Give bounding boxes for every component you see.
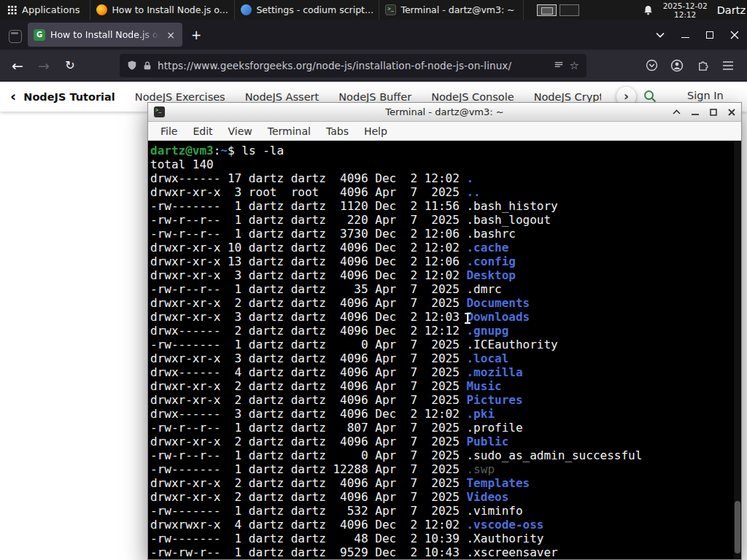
gfg-nav-items: NodeJS TutorialNodeJS ExercisesNodeJS As… — [23, 91, 601, 103]
terminal-line: drwx------ 17 dartz dartz 4096 Dec 2 12:… — [150, 171, 741, 185]
extensions-icon[interactable] — [691, 54, 714, 77]
close-button[interactable] — [722, 20, 747, 50]
gfg-nav-item[interactable]: NodeJS Tutorial — [23, 91, 115, 103]
url-bar[interactable]: https://www.geeksforgeeks.org/node-js/in… — [120, 54, 587, 77]
file-name: .local — [466, 351, 508, 365]
terminal-title-bar[interactable]: Terminal - dartz@vm3: ~ — [148, 103, 741, 122]
terminal-prompt-line: dartz@vm3:~$ ls -la — [150, 144, 741, 158]
file-name: Public — [466, 435, 508, 448]
task-button-settings[interactable]: Settings - codium script... — [235, 0, 379, 20]
notification-bell-icon[interactable] — [643, 4, 654, 16]
line-meta: drwxr-xr-x 2 dartz dartz 4096 Apr 7 2025 — [150, 393, 466, 407]
terminal-line: -rw-r--r-- 1 dartz dartz 220 Apr 7 2025 … — [150, 213, 741, 227]
terminal-window-controls — [673, 109, 735, 116]
terminal-line: -rw------- 1 dartz dartz 0 Apr 7 2025 .I… — [150, 338, 741, 351]
line-meta: -rw------- 1 dartz dartz 1120 Dec 2 11:5… — [150, 199, 466, 213]
file-name: .mozilla — [466, 365, 522, 379]
terminal-line: drwxr-xr-x 13 dartz dartz 4096 Dec 2 12:… — [150, 254, 741, 268]
workspace-switcher[interactable] — [537, 4, 579, 16]
reload-button[interactable]: ↻ — [58, 54, 82, 77]
line-meta: drwxr-xr-x 3 dartz dartz 4096 Dec 2 12:0… — [150, 310, 466, 324]
panel-clock[interactable]: 2025-12-02 12:12 — [663, 1, 708, 19]
bookmark-star-icon[interactable]: ☆ — [570, 59, 579, 72]
terminal-close-icon[interactable] — [728, 109, 735, 116]
terminal-menu-tabs[interactable]: Tabs — [326, 125, 349, 137]
terminal-menu-help[interactable]: Help — [364, 125, 387, 137]
terminal-line: -rw-r--r-- 1 dartz dartz 3730 Dec 2 12:0… — [150, 227, 741, 241]
terminal-menu-file[interactable]: File — [160, 125, 177, 137]
reader-view-icon[interactable] — [554, 61, 564, 71]
terminal-title: Terminal - dartz@vm3: ~ — [148, 106, 741, 117]
terminal-line: drwxr-xr-x 2 dartz dartz 4096 Apr 7 2025… — [150, 393, 741, 407]
task-list: How to Install Node.js o...Settings - co… — [90, 0, 524, 20]
line-meta: drwxr-xr-x 2 dartz dartz 4096 Apr 7 2025 — [150, 435, 466, 448]
firefox-view-icon[interactable] — [9, 30, 22, 43]
line-meta: drwxr-xr-x 2 dartz dartz 4096 Apr 7 2025 — [150, 296, 466, 310]
line-meta: -rw------- 1 dartz dartz 48 Dec 2 10:39 — [150, 532, 466, 545]
terminal-menu-edit[interactable]: Edit — [193, 125, 212, 137]
file-name: .cache — [466, 241, 508, 254]
line-meta: drwxr-xr-x 3 root root 4096 Apr 7 2025 — [150, 185, 466, 199]
firefox-icon — [96, 4, 107, 15]
terminal-line: -rw------- 1 dartz dartz 1120 Dec 2 11:5… — [150, 199, 741, 213]
menu-hamburger-icon[interactable] — [716, 54, 740, 77]
terminal-line: drwxr-xr-x 2 dartz dartz 4096 Apr 7 2025… — [150, 435, 741, 448]
applications-menu[interactable]: Applications — [0, 0, 87, 20]
file-name: Videos — [466, 490, 508, 504]
file-name: .vscode-oss — [466, 518, 543, 532]
file-name: .config — [466, 254, 515, 268]
workspace-1[interactable] — [537, 4, 557, 16]
terminal-scrollbar[interactable] — [734, 141, 741, 559]
line-meta: drwxr-xr-x 3 dartz dartz 4096 Apr 7 2025 — [150, 351, 466, 365]
gfg-scroll-left-icon[interactable]: ‹ — [0, 88, 19, 106]
line-meta: drwx------ 17 dartz dartz 4096 Dec 2 12:… — [150, 171, 466, 185]
tab-close-icon[interactable]: × — [165, 29, 177, 41]
terminal-line: drwxr-xr-x 2 dartz dartz 4096 Apr 7 2025… — [150, 476, 741, 490]
gfg-nav-item[interactable]: NodeJS Console — [431, 91, 514, 103]
terminal-minimize-icon[interactable] — [692, 109, 699, 116]
gfg-nav-item[interactable]: NodeJS Exercises — [135, 91, 225, 103]
terminal-screen[interactable]: dartz@vm3:~$ ls -la total 140 drwx------… — [148, 141, 741, 559]
task-button-firefox[interactable]: How to Install Node.js o... — [90, 0, 235, 20]
terminal-line: -rw-r--r-- 1 dartz dartz 0 Apr 7 2025 .s… — [150, 448, 741, 462]
gfg-sign-in-link[interactable]: Sign In — [687, 90, 724, 101]
gfg-nav-item[interactable]: NodeJS Buffer — [338, 91, 411, 103]
terminal-line: -rw-rw-r-- 1 dartz dartz 9529 Dec 2 10:4… — [150, 545, 741, 559]
line-meta: drwx------ 4 dartz dartz 4096 Apr 7 2025 — [150, 365, 466, 379]
file-name: Pictures — [466, 393, 522, 407]
browser-tab-bar: How to Install Node.js on × + — [0, 20, 747, 50]
terminal-menu-view[interactable]: View — [228, 125, 252, 137]
browser-tab-active[interactable]: How to Install Node.js on × — [28, 23, 182, 47]
file-name: .swp — [466, 462, 495, 476]
forward-button[interactable]: → — [32, 54, 55, 77]
task-title: Terminal - dartz@vm3: ~ — [400, 4, 514, 15]
pocket-icon[interactable] — [640, 54, 663, 77]
terminal-menu-terminal[interactable]: Terminal — [268, 125, 311, 137]
terminal-line: -rw------- 1 dartz dartz 48 Dec 2 10:39 … — [150, 532, 741, 545]
tracking-shield-icon[interactable] — [127, 60, 137, 71]
workspace-2[interactable] — [560, 4, 579, 16]
task-button-terminal[interactable]: Terminal - dartz@vm3: ~ — [379, 0, 524, 20]
file-name: .ICEauthority — [466, 338, 557, 351]
terminal-line: -rw------- 1 dartz dartz 532 Apr 7 2025 … — [150, 504, 741, 518]
url-text[interactable]: https://www.geeksforgeeks.org/node-js/in… — [158, 60, 548, 71]
file-name: .viminfo — [466, 504, 522, 518]
file-name: .dmrc — [466, 282, 501, 296]
maximize-button[interactable] — [697, 20, 722, 50]
lock-icon[interactable] — [143, 61, 152, 71]
new-tab-button[interactable]: + — [187, 26, 206, 44]
terminal-line: drwxr-xr-x 3 dartz dartz 4096 Dec 2 12:0… — [150, 310, 741, 324]
prompt-colon: : — [214, 144, 221, 158]
line-meta: drwxr-xr-x 2 dartz dartz 4096 Apr 7 2025 — [150, 490, 466, 504]
terminal-maximize-icon[interactable] — [710, 109, 717, 116]
gfg-nav-item[interactable]: NodeJS Crypto — [534, 91, 602, 103]
terminal-shade-icon[interactable] — [673, 109, 681, 114]
terminal-line: drwx------ 4 dartz dartz 4096 Apr 7 2025… — [150, 365, 741, 379]
gfg-nav-item[interactable]: NodeJS Assert — [245, 91, 320, 103]
panel-user-label[interactable]: Dartz — [717, 4, 746, 16]
account-icon[interactable] — [665, 54, 689, 77]
minimize-button[interactable] — [673, 20, 697, 50]
back-button[interactable]: ← — [6, 54, 29, 77]
terminal-scrollbar-thumb[interactable] — [735, 501, 740, 553]
list-all-tabs-icon[interactable] — [648, 20, 673, 50]
